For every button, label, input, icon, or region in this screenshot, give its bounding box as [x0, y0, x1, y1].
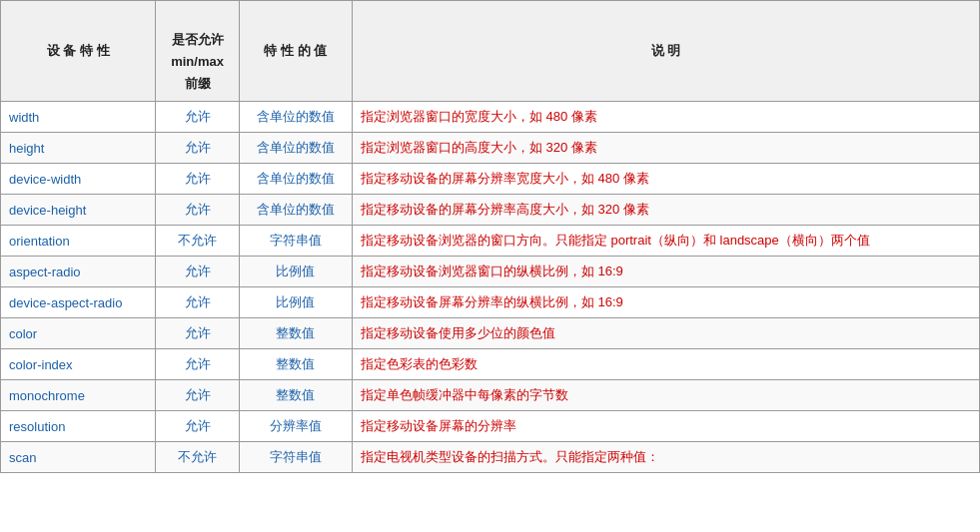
- table-row: height允许含单位的数值指定浏览器窗口的高度大小，如 320 像素: [1, 133, 980, 164]
- cell-value-type: 字符串值: [239, 442, 352, 473]
- cell-feature: device-height: [1, 195, 156, 226]
- cell-allow: 允许: [156, 257, 239, 287]
- cell-feature: height: [1, 133, 156, 164]
- cell-description: 指定移动设备浏览器窗口的纵横比例，如 16:9: [352, 257, 979, 287]
- cell-value-type: 字符串值: [239, 226, 352, 257]
- table-row: device-height允许含单位的数值指定移动设备的屏幕分辨率高度大小，如 …: [1, 195, 980, 226]
- main-container: 设 备 特 性 是否允许min/max前缀 特 性 的 值 说 明 width允…: [0, 0, 980, 473]
- table-row: device-width允许含单位的数值指定移动设备的屏幕分辨率宽度大小，如 4…: [1, 164, 980, 195]
- cell-value-type: 比例值: [239, 257, 352, 287]
- cell-description: 指定浏览器窗口的高度大小，如 320 像素: [352, 133, 979, 164]
- cell-allow: 允许: [156, 287, 239, 318]
- cell-feature: color: [1, 318, 156, 349]
- table-row: device-aspect-radio允许比例值指定移动设备屏幕分辨率的纵横比例…: [1, 287, 980, 318]
- cell-allow: 允许: [156, 318, 239, 349]
- table-row: color允许整数值指定移动设备使用多少位的颜色值: [1, 318, 980, 349]
- cell-description: 指定单色帧缓冲器中每像素的字节数: [352, 380, 979, 411]
- cell-description: 指定移动设备屏幕的分辨率: [352, 411, 979, 442]
- cell-feature: orientation: [1, 226, 156, 257]
- table-row: scan不允许字符串值指定电视机类型设备的扫描方式。只能指定两种值：: [1, 442, 980, 473]
- cell-value-type: 整数值: [239, 380, 352, 411]
- cell-allow: 允许: [156, 164, 239, 195]
- cell-value-type: 含单位的数值: [239, 102, 352, 133]
- table-row: monochrome允许整数值指定单色帧缓冲器中每像素的字节数: [1, 380, 980, 411]
- header-minmax: 是否允许min/max前缀: [156, 1, 239, 102]
- table-row: aspect-radio允许比例值指定移动设备浏览器窗口的纵横比例，如 16:9: [1, 257, 980, 287]
- header-feature: 设 备 特 性: [1, 1, 156, 102]
- cell-allow: 不允许: [156, 442, 239, 473]
- cell-description: 指定移动设备的屏幕分辨率高度大小，如 320 像素: [352, 195, 979, 226]
- cell-allow: 允许: [156, 349, 239, 380]
- cell-value-type: 分辨率值: [239, 411, 352, 442]
- cell-value-type: 整数值: [239, 318, 352, 349]
- cell-description: 指定移动设备的屏幕分辨率宽度大小，如 480 像素: [352, 164, 979, 195]
- table-row: resolution允许分辨率值指定移动设备屏幕的分辨率: [1, 411, 980, 442]
- cell-feature: device-width: [1, 164, 156, 195]
- cell-feature: device-aspect-radio: [1, 287, 156, 318]
- cell-description: 指定移动设备使用多少位的颜色值: [352, 318, 979, 349]
- cell-feature: aspect-radio: [1, 257, 156, 287]
- cell-feature: scan: [1, 442, 156, 473]
- cell-description: 指定色彩表的色彩数: [352, 349, 979, 380]
- cell-allow: 允许: [156, 411, 239, 442]
- cell-allow: 允许: [156, 133, 239, 164]
- cell-description: 指定电视机类型设备的扫描方式。只能指定两种值：: [352, 442, 979, 473]
- table-header-row: 设 备 特 性 是否允许min/max前缀 特 性 的 值 说 明: [1, 1, 980, 102]
- cell-value-type: 含单位的数值: [239, 164, 352, 195]
- cell-feature: color-index: [1, 349, 156, 380]
- cell-value-type: 含单位的数值: [239, 195, 352, 226]
- features-table: 设 备 特 性 是否允许min/max前缀 特 性 的 值 说 明 width允…: [0, 0, 980, 473]
- cell-allow: 允许: [156, 380, 239, 411]
- cell-allow: 不允许: [156, 226, 239, 257]
- cell-feature: resolution: [1, 411, 156, 442]
- cell-feature: monochrome: [1, 380, 156, 411]
- cell-value-type: 整数值: [239, 349, 352, 380]
- header-value: 特 性 的 值: [239, 1, 352, 102]
- cell-allow: 允许: [156, 102, 239, 133]
- cell-description: 指定移动设备浏览器的窗口方向。只能指定 portrait（纵向）和 landsc…: [352, 226, 979, 257]
- table-row: orientation不允许字符串值指定移动设备浏览器的窗口方向。只能指定 po…: [1, 226, 980, 257]
- cell-allow: 允许: [156, 195, 239, 226]
- table-row: color-index允许整数值指定色彩表的色彩数: [1, 349, 980, 380]
- cell-value-type: 含单位的数值: [239, 133, 352, 164]
- header-description: 说 明: [352, 1, 979, 102]
- cell-description: 指定浏览器窗口的宽度大小，如 480 像素: [352, 102, 979, 133]
- cell-value-type: 比例值: [239, 287, 352, 318]
- table-row: width允许含单位的数值指定浏览器窗口的宽度大小，如 480 像素: [1, 102, 980, 133]
- cell-feature: width: [1, 102, 156, 133]
- cell-description: 指定移动设备屏幕分辨率的纵横比例，如 16:9: [352, 287, 979, 318]
